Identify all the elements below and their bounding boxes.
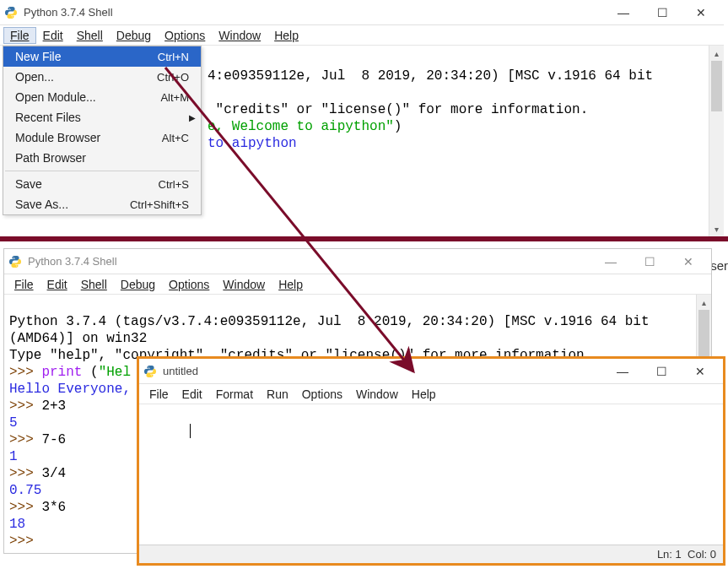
menu-help[interactable]: Help bbox=[267, 27, 305, 44]
close-button[interactable]: ✕ bbox=[669, 249, 708, 274]
shell-text: "credits" or "license()" for more inform… bbox=[208, 102, 588, 117]
menu-help[interactable]: Help bbox=[272, 276, 310, 293]
text-cursor-icon bbox=[190, 424, 191, 438]
minimize-button[interactable]: — bbox=[591, 249, 630, 274]
shortcut-label: Alt+C bbox=[162, 132, 189, 144]
maximize-button[interactable]: ☐ bbox=[630, 249, 669, 274]
shell-text: to aipython bbox=[208, 136, 297, 151]
menu-window[interactable]: Window bbox=[212, 27, 267, 44]
window-title: untitled bbox=[163, 365, 603, 377]
menu-edit[interactable]: Edit bbox=[40, 276, 74, 293]
output: 18 bbox=[9, 517, 25, 532]
output: 1 bbox=[9, 449, 18, 464]
titlebar[interactable]: Python 3.7.4 Shell — ☐ ✕ bbox=[4, 249, 711, 274]
prompt: >>> bbox=[9, 500, 41, 515]
menu-edit[interactable]: Edit bbox=[175, 386, 209, 403]
menu-help[interactable]: Help bbox=[405, 386, 443, 403]
python-icon bbox=[3, 5, 19, 20]
prompt: >>> bbox=[9, 466, 41, 481]
window-title: Python 3.7.4 Shell bbox=[24, 6, 604, 19]
menu-run[interactable]: Run bbox=[260, 386, 295, 403]
minimize-icon: — bbox=[617, 365, 628, 378]
shell-output[interactable]: 4:e09359112e, Jul 8 2019, 20:34:20) [MSC… bbox=[202, 49, 707, 171]
string: "Hel bbox=[99, 365, 131, 380]
menu-item-save[interactable]: Save Ctrl+S bbox=[3, 174, 201, 194]
editor-window-highlight: untitled — ☐ ✕ File Edit Format Run Opti… bbox=[137, 356, 725, 566]
output: 5 bbox=[9, 415, 18, 431]
menu-shell[interactable]: Shell bbox=[70, 27, 110, 44]
shortcut-label: Ctrl+N bbox=[158, 51, 189, 63]
menubar: File Edit Format Run Options Window Help bbox=[139, 384, 723, 404]
minimize-button[interactable]: — bbox=[603, 359, 642, 384]
shell-text: Python 3.7.4 (tags/v3.7.4:e09359112e, Ju… bbox=[9, 314, 650, 329]
scroll-up-icon[interactable]: ▴ bbox=[709, 46, 724, 61]
menubar: File Edit Shell Debug Options Window Hel… bbox=[4, 274, 711, 295]
menu-item-new-file[interactable]: New File Ctrl+N bbox=[3, 46, 201, 67]
status-col: Col: 0 bbox=[688, 548, 716, 561]
menu-options[interactable]: Options bbox=[162, 276, 216, 293]
prompt: >>> bbox=[9, 365, 41, 380]
output: 0.75 bbox=[9, 483, 41, 498]
close-icon: ✕ bbox=[683, 255, 693, 268]
shell-text: e, Welcome to aipython" bbox=[208, 119, 394, 134]
menu-window[interactable]: Window bbox=[216, 276, 272, 293]
shell-text: (AMD64)] on win32 bbox=[9, 331, 147, 346]
menu-debug[interactable]: Debug bbox=[114, 276, 162, 293]
python-icon bbox=[8, 254, 23, 269]
menu-options[interactable]: Options bbox=[158, 27, 212, 44]
minimize-icon: — bbox=[605, 255, 617, 268]
python-icon bbox=[143, 364, 158, 379]
menu-edit[interactable]: Edit bbox=[36, 27, 70, 44]
close-button[interactable]: ✕ bbox=[681, 359, 720, 384]
menu-file[interactable]: File bbox=[3, 27, 36, 44]
scroll-up-icon[interactable]: ▴ bbox=[697, 295, 711, 310]
titlebar[interactable]: Python 3.7.4 Shell — ☐ ✕ bbox=[0, 0, 724, 25]
shell-text: 4:e09359112e, Jul 8 2019, 20:34:20) [MSC… bbox=[208, 68, 653, 84]
editor-area[interactable] bbox=[139, 404, 723, 543]
prompt: >>> bbox=[9, 398, 41, 414]
shortcut-label: Ctrl+Shift+S bbox=[130, 198, 189, 211]
close-button[interactable]: ✕ bbox=[682, 0, 720, 25]
menu-item-path-browser[interactable]: Path Browser bbox=[3, 148, 201, 168]
file-menu-dropdown: New File Ctrl+N Open... Ctrl+O Open Modu… bbox=[3, 46, 202, 215]
maximize-button[interactable]: ☐ bbox=[643, 0, 682, 25]
shortcut-label: Alt+M bbox=[160, 91, 189, 104]
minimize-button[interactable]: — bbox=[604, 0, 643, 25]
maximize-button[interactable]: ☐ bbox=[642, 359, 681, 384]
menu-format[interactable]: Format bbox=[209, 386, 260, 403]
maximize-icon: ☐ bbox=[644, 255, 655, 268]
shell-text: ) bbox=[394, 119, 402, 134]
menu-item-module-browser[interactable]: Module Browser Alt+C bbox=[3, 127, 201, 148]
vertical-scrollbar[interactable]: ▴ ▾ bbox=[709, 46, 724, 236]
menu-options[interactable]: Options bbox=[295, 386, 349, 403]
menu-shell[interactable]: Shell bbox=[74, 276, 114, 293]
menu-item-recent-files[interactable]: Recent Files ▶ bbox=[3, 107, 201, 127]
output: Hello Everyone, bbox=[9, 382, 131, 397]
close-icon: ✕ bbox=[695, 365, 705, 378]
maximize-icon: ☐ bbox=[657, 6, 668, 19]
menu-window[interactable]: Window bbox=[349, 386, 405, 403]
prompt: >>> bbox=[9, 534, 41, 549]
scroll-down-icon[interactable]: ▾ bbox=[709, 221, 724, 236]
menu-separator bbox=[5, 171, 199, 171]
titlebar[interactable]: untitled — ☐ ✕ bbox=[139, 359, 723, 384]
close-icon: ✕ bbox=[696, 6, 706, 19]
menu-file[interactable]: File bbox=[8, 276, 40, 293]
shortcut-label: Ctrl+O bbox=[157, 71, 189, 84]
statusbar: Ln: 1 Col: 0 bbox=[139, 545, 723, 563]
status-line: Ln: 1 bbox=[657, 548, 682, 561]
section-divider bbox=[0, 236, 728, 241]
menu-debug[interactable]: Debug bbox=[110, 27, 158, 44]
menu-file[interactable]: File bbox=[143, 386, 175, 403]
menubar: File Edit Shell Debug Options Window Hel… bbox=[0, 25, 724, 46]
submenu-arrow-icon: ▶ bbox=[189, 113, 196, 122]
menu-item-save-as[interactable]: Save As... Ctrl+Shift+S bbox=[3, 194, 201, 214]
scrollbar-thumb[interactable] bbox=[711, 61, 722, 111]
shortcut-label: Ctrl+S bbox=[159, 178, 189, 191]
truncated-text: ser bbox=[710, 258, 728, 273]
prompt: >>> bbox=[9, 432, 41, 447]
menu-item-open[interactable]: Open... Ctrl+O bbox=[3, 67, 201, 87]
menu-item-open-module[interactable]: Open Module... Alt+M bbox=[3, 87, 201, 107]
keyword: print bbox=[41, 365, 82, 380]
maximize-icon: ☐ bbox=[656, 365, 667, 378]
